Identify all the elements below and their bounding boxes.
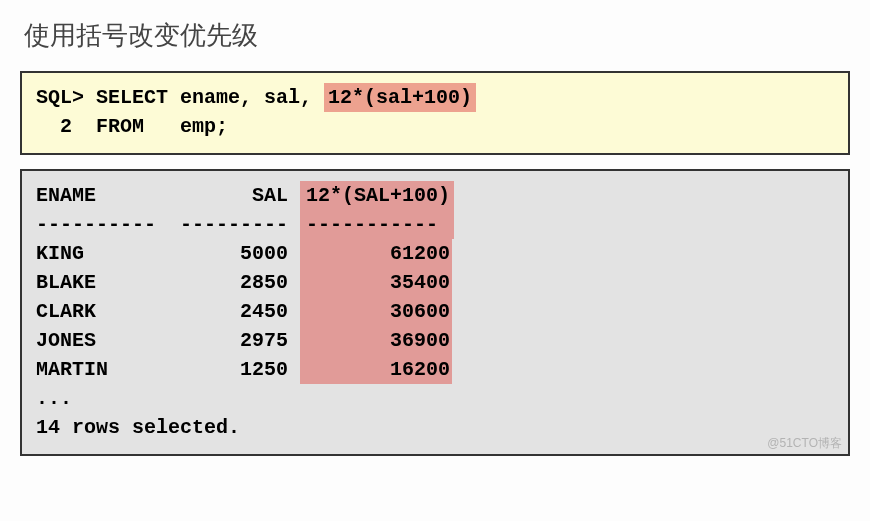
table-row: MARTIN1250 16200: [36, 355, 834, 384]
result-footer: 14 rows selected.: [36, 413, 834, 442]
cell-calc: 36900: [300, 326, 452, 355]
dash-sal: ---------: [156, 210, 288, 239]
cell-ename: MARTIN: [36, 355, 156, 384]
cell-sal: 2450: [156, 297, 288, 326]
header-ename: ENAME: [36, 181, 156, 210]
cell-sal: 2850: [156, 268, 288, 297]
result-block: ENAMESAL 12*(SAL+100) ------------------…: [20, 169, 850, 456]
cell-ename: BLAKE: [36, 268, 156, 297]
sql-line-1-prefix: SQL> SELECT ename, sal,: [36, 86, 324, 109]
cell-calc: 61200: [300, 239, 452, 268]
cell-calc: 35400: [300, 268, 452, 297]
header-sal: SAL: [156, 181, 288, 210]
cell-sal: 5000: [156, 239, 288, 268]
dash-calc: -----------: [300, 210, 454, 239]
watermark-text: @51CTO博客: [767, 435, 842, 452]
sql-line-2: 2 FROM emp;: [36, 112, 834, 141]
table-row: CLARK2450 30600: [36, 297, 834, 326]
page-title: 使用括号改变优先级: [24, 18, 850, 53]
cell-sal: 2975: [156, 326, 288, 355]
sql-highlight-expression: 12*(sal+100): [324, 83, 476, 112]
header-calc: 12*(SAL+100): [300, 181, 454, 210]
dash-ename: ----------: [36, 210, 156, 239]
cell-ename: CLARK: [36, 297, 156, 326]
table-row: KING5000 61200: [36, 239, 834, 268]
cell-calc: 30600: [300, 297, 452, 326]
sql-code-block: SQL> SELECT ename, sal, 12*(sal+100) 2 F…: [20, 71, 850, 155]
result-divider-row: ------------------- -----------: [36, 210, 834, 239]
cell-ename: JONES: [36, 326, 156, 355]
cell-ename: KING: [36, 239, 156, 268]
table-row: BLAKE2850 35400: [36, 268, 834, 297]
result-ellipsis: ...: [36, 384, 834, 413]
result-header-row: ENAMESAL 12*(SAL+100): [36, 181, 834, 210]
cell-sal: 1250: [156, 355, 288, 384]
sql-line-1: SQL> SELECT ename, sal, 12*(sal+100): [36, 83, 834, 112]
cell-calc: 16200: [300, 355, 452, 384]
table-row: JONES2975 36900: [36, 326, 834, 355]
